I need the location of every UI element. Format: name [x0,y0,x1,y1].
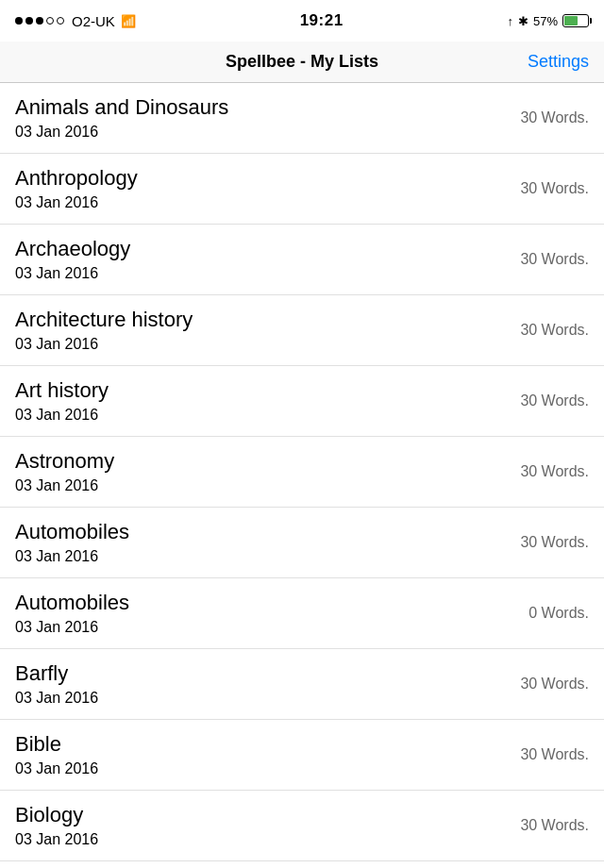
settings-button[interactable]: Settings [528,52,589,72]
list-item-left: Biology 03 Jan 2016 [15,803,511,848]
battery-icon [562,14,589,27]
list-item[interactable]: Archaeology 03 Jan 2016 30 Words. [0,225,604,295]
list-item-words: 30 Words. [520,463,589,480]
list-item-date: 03 Jan 2016 [15,265,511,282]
list-item-title: Art history [15,378,511,403]
list-item[interactable]: Barfly 03 Jan 2016 30 Words. [0,649,604,720]
nav-title: Spellbee - My Lists [226,52,378,72]
list-item-left: Archaeology 03 Jan 2016 [15,237,511,282]
signal-dots [15,17,64,25]
list-item-left: Automobiles 03 Jan 2016 [15,591,519,636]
dot-2 [25,17,33,25]
battery-percent: 57% [533,14,558,28]
list-item-date: 03 Jan 2016 [15,124,511,141]
carrier-name: O2-UK [72,13,115,29]
list-item-date: 03 Jan 2016 [15,690,511,707]
location-icon: ↑ [507,14,513,28]
list-item-title: Bible [15,732,511,757]
list-item-title: Archaeology [15,237,511,261]
list-item-words: 30 Words. [520,109,589,126]
list-item-left: Astronomy 03 Jan 2016 [15,449,511,494]
list-item-title: Automobiles [15,520,511,544]
list-item-title: Barfly [15,661,511,686]
status-bar: O2-UK 📶 19:21 ↑ ✱ 57% [0,0,604,42]
list-item-words: 30 Words. [520,251,589,268]
list-item[interactable]: Animals and Dinosaurs 03 Jan 2016 30 Wor… [0,83,604,154]
list-item-words: 0 Words. [528,605,589,622]
dot-1 [15,17,23,25]
status-right: ↑ ✱ 57% [507,14,589,28]
list-item-left: Barfly 03 Jan 2016 [15,661,511,707]
list-item[interactable]: Automobiles 03 Jan 2016 30 Words. [0,508,604,578]
list-item-date: 03 Jan 2016 [15,336,511,353]
list-item-date: 03 Jan 2016 [15,477,511,494]
list-item-words: 30 Words. [520,322,589,339]
list-item-left: Animals and Dinosaurs 03 Jan 2016 [15,95,511,141]
nav-bar: Spellbee - My Lists Settings [0,42,604,83]
list-item-title: Architecture history [15,308,511,332]
bluetooth-icon: ✱ [518,14,528,28]
list-item[interactable]: Art history 03 Jan 2016 30 Words. [0,366,604,437]
battery-container [562,14,589,27]
dot-4 [46,17,54,25]
list-item[interactable]: Bible 03 Jan 2016 30 Words. [0,720,604,791]
list-item[interactable]: Automobiles 03 Jan 2016 0 Words. [0,578,604,649]
list-item-title: Animals and Dinosaurs [15,95,511,120]
list-item-left: Art history 03 Jan 2016 [15,378,511,424]
list-item-title: Astronomy [15,449,511,474]
list-item-date: 03 Jan 2016 [15,407,511,424]
list-item-words: 30 Words. [520,180,589,197]
status-left: O2-UK 📶 [15,13,136,29]
list-item-date: 03 Jan 2016 [15,619,519,636]
list-item-left: Architecture history 03 Jan 2016 [15,308,511,353]
list-item[interactable]: Astronomy 03 Jan 2016 30 Words. [0,437,604,508]
list-item[interactable]: Biology 03 Jan 2016 30 Words. [0,791,604,861]
list-item-left: Automobiles 03 Jan 2016 [15,520,511,565]
list-item-date: 03 Jan 2016 [15,831,511,848]
list-item-words: 30 Words. [520,534,589,551]
dot-5 [57,17,64,25]
list-item-date: 03 Jan 2016 [15,548,511,565]
list-item-title: Biology [15,803,511,827]
list-item-left: Anthropology 03 Jan 2016 [15,166,511,211]
list-container: Animals and Dinosaurs 03 Jan 2016 30 Wor… [0,83,604,861]
list-item[interactable]: Architecture history 03 Jan 2016 30 Word… [0,295,604,366]
list-item-words: 30 Words. [520,676,589,693]
list-item-title: Anthropology [15,166,511,191]
list-item-words: 30 Words. [520,817,589,834]
dot-3 [36,17,43,25]
battery-fill [564,16,578,25]
list-item-title: Automobiles [15,591,519,615]
list-item-words: 30 Words. [520,746,589,763]
list-item[interactable]: Anthropology 03 Jan 2016 30 Words. [0,154,604,225]
list-item-left: Bible 03 Jan 2016 [15,732,511,777]
list-item-date: 03 Jan 2016 [15,760,511,777]
wifi-icon: 📶 [121,14,136,28]
status-time: 19:21 [300,11,344,30]
list-item-date: 03 Jan 2016 [15,194,511,211]
list-item-words: 30 Words. [520,392,589,409]
